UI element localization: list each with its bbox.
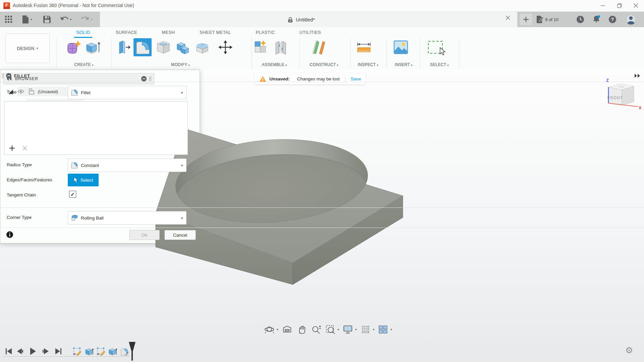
fillet-selection-list[interactable] xyxy=(4,101,188,155)
workspace-selector[interactable]: DESIGN▾ xyxy=(5,34,50,63)
select-edges-button[interactable]: Select xyxy=(68,174,99,186)
timeline-step-forward-button[interactable] xyxy=(41,347,50,356)
notifications-center-button[interactable] xyxy=(574,12,587,27)
dialog-minimize-icon[interactable] xyxy=(6,73,11,78)
timeline-go-to-start-button[interactable] xyxy=(4,347,13,356)
timeline-position-marker[interactable] xyxy=(128,341,136,361)
group-divider xyxy=(111,38,112,68)
tab-utilities[interactable]: UTILITIES xyxy=(300,30,321,35)
timeline-feature-sketch1[interactable] xyxy=(72,347,82,356)
group-construct[interactable]: CONSTRUCT▾ xyxy=(310,62,338,67)
look-at-button[interactable] xyxy=(281,324,293,335)
tab-mesh[interactable]: MESH xyxy=(162,30,175,35)
job-status-button[interactable]: 9 of 10 xyxy=(534,12,561,27)
account-avatar[interactable] xyxy=(623,12,639,27)
viewcube-top-label[interactable]: TOP xyxy=(618,86,625,88)
group-inspect[interactable]: INSPECT▾ xyxy=(358,62,378,67)
press-pull-button[interactable] xyxy=(116,39,133,56)
measure-button[interactable] xyxy=(356,39,372,56)
shell-button[interactable] xyxy=(155,39,172,56)
insert-image-button[interactable] xyxy=(392,39,409,56)
fillet-button[interactable] xyxy=(133,38,152,56)
fillet-icon xyxy=(135,40,150,55)
dialog-dock-chevrons-icon[interactable] xyxy=(634,74,641,78)
edges-faces-features-label: Edges/Faces/Features xyxy=(7,177,52,182)
combine-button[interactable] xyxy=(174,39,191,56)
model-body[interactable] xyxy=(156,128,403,285)
timeline-feature-extrude2[interactable] xyxy=(108,347,117,356)
document-tab[interactable]: Untitled* xyxy=(100,12,517,27)
timeline-feature-fillet-pending[interactable] xyxy=(120,347,129,356)
apps-grid-button[interactable] xyxy=(3,12,15,27)
tangent-chain-checkbox[interactable]: ✓ xyxy=(69,191,76,198)
viewports-button[interactable] xyxy=(377,324,389,335)
timeline-feature-sketch2[interactable] xyxy=(96,347,106,356)
dialog-drag-handle[interactable] xyxy=(2,73,4,78)
tab-solid[interactable]: SOLID xyxy=(76,30,90,35)
add-selection-icon[interactable] xyxy=(9,145,15,151)
group-modify[interactable]: MODIFY▾ xyxy=(171,62,190,67)
visibility-eye-icon[interactable] xyxy=(17,89,24,94)
close-window-button[interactable] xyxy=(628,0,643,11)
group-insert[interactable]: INSERT▾ xyxy=(395,62,413,67)
redo-button[interactable]: ▾ xyxy=(78,12,95,27)
orbit-button[interactable] xyxy=(264,324,275,335)
notifications-button[interactable] xyxy=(590,12,603,27)
viewports-caret[interactable]: ▾ xyxy=(390,328,392,331)
preferences-gear-icon[interactable]: ⚙ xyxy=(625,345,633,356)
zoom-window-caret[interactable]: ▾ xyxy=(338,328,339,331)
timeline-feature-extrude1[interactable] xyxy=(85,347,94,356)
display-settings-caret[interactable]: ▾ xyxy=(355,328,357,331)
move-copy-button[interactable] xyxy=(216,39,235,56)
clock-icon xyxy=(576,15,584,23)
timeline-play-button[interactable] xyxy=(28,347,38,356)
type-dropdown[interactable]: Fillet ▾ xyxy=(68,86,186,99)
viewcube-front-label[interactable]: FRONT xyxy=(607,96,623,100)
group-divider xyxy=(350,38,351,68)
tab-surface[interactable]: SURFACE xyxy=(116,30,137,35)
group-select[interactable]: SELECT▾ xyxy=(430,62,449,67)
tab-plastic[interactable]: PLASTIC xyxy=(256,30,275,35)
grid-settings-caret[interactable]: ▾ xyxy=(373,328,375,331)
group-assemble[interactable]: ASSEMBLE▾ xyxy=(262,62,287,67)
new-component-button[interactable] xyxy=(252,39,269,56)
view-cube[interactable]: Z TOP FRONT X xyxy=(600,77,643,114)
construct-plane-button[interactable] xyxy=(309,39,327,56)
minimize-button[interactable] xyxy=(595,0,610,11)
timeline-go-to-end-button[interactable] xyxy=(54,347,63,356)
zoom-window-button[interactable] xyxy=(325,324,336,335)
insert-image-icon xyxy=(393,40,409,55)
info-icon[interactable] xyxy=(6,231,13,238)
grid-settings-button[interactable] xyxy=(360,324,371,335)
ok-button[interactable]: OK xyxy=(129,230,160,240)
extrude-button[interactable] xyxy=(85,39,101,56)
dialog-header[interactable]: FILLET xyxy=(0,70,644,82)
file-menu-button[interactable]: ▾ xyxy=(19,12,35,27)
cancel-button[interactable]: Cancel xyxy=(164,230,196,240)
timeline-step-back-button[interactable] xyxy=(15,347,25,356)
joint-button[interactable] xyxy=(272,39,289,56)
display-settings-button[interactable] xyxy=(342,324,354,335)
create-form-button[interactable] xyxy=(66,39,83,56)
viewport[interactable]: BROWSER (Unsaved) ⚙ Document Settings Na… xyxy=(0,70,644,362)
undo-button[interactable]: ▾ xyxy=(57,12,74,27)
zoom-button[interactable] xyxy=(310,324,322,335)
help-icon: ? xyxy=(608,15,616,23)
pan-button[interactable] xyxy=(296,324,307,335)
split-body-button[interactable] xyxy=(194,39,211,56)
measure-icon xyxy=(356,40,372,55)
restore-button[interactable] xyxy=(612,0,627,11)
help-button[interactable]: ? xyxy=(606,12,619,27)
group-create[interactable]: CREATE▾ xyxy=(74,62,94,67)
joint-icon xyxy=(273,40,288,55)
save-button[interactable] xyxy=(41,12,53,27)
remove-selection-icon[interactable] xyxy=(22,146,27,150)
orbit-caret[interactable]: ▾ xyxy=(277,328,278,331)
new-tab-button[interactable] xyxy=(520,14,532,25)
corner-type-dropdown[interactable]: Rolling Ball ▾ xyxy=(68,211,186,225)
radius-type-dropdown-caret: ▾ xyxy=(181,164,183,167)
radius-type-dropdown[interactable]: Constant ▾ xyxy=(68,159,186,172)
type-label: Type xyxy=(7,89,16,95)
close-tab-button[interactable] xyxy=(506,16,510,20)
tab-sheet-metal[interactable]: SHEET METAL xyxy=(200,30,231,35)
